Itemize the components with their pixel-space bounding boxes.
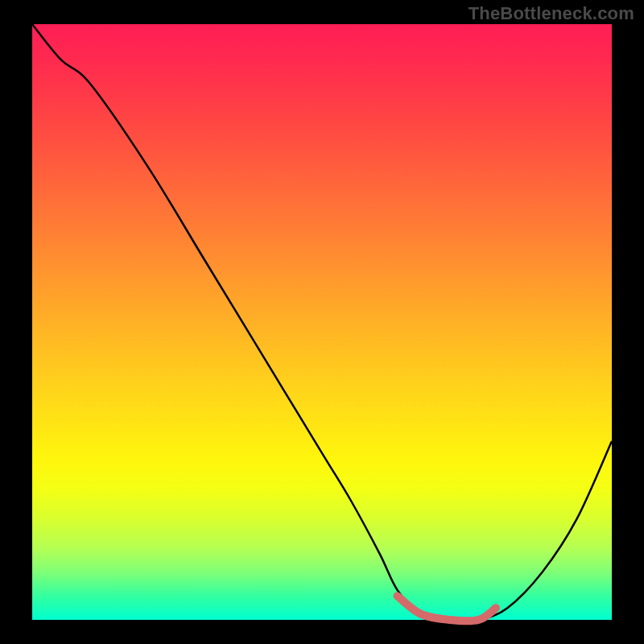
highlight-band-path <box>398 596 496 621</box>
plot-area <box>32 24 612 620</box>
chart-frame: TheBottleneck.com <box>0 0 644 644</box>
main-curve-path <box>32 24 612 621</box>
watermark-text: TheBottleneck.com <box>469 3 634 24</box>
curve-svg <box>32 24 612 620</box>
